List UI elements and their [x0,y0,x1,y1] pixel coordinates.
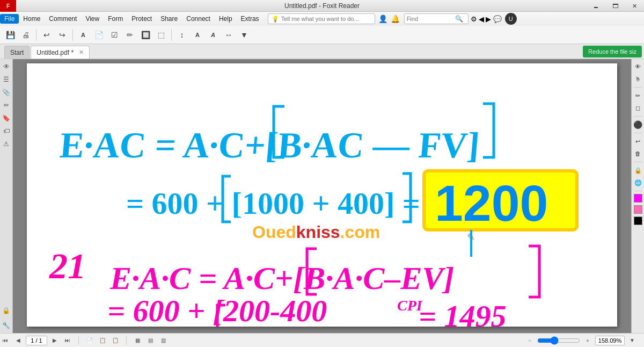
sidebar-attach-icon[interactable]: 📎 [1,87,12,98]
rotate-button[interactable]: ↕ [175,28,189,42]
svg-text:Ouedkniss.com: Ouedkniss.com [252,222,380,242]
menu-home[interactable]: Home [19,14,45,24]
text-a-button[interactable]: A [191,28,204,42]
view-list-icon[interactable]: ▤ [145,336,156,345]
typewriter-button[interactable]: A [76,28,90,42]
find-icon[interactable]: 🔍 [455,15,463,23]
right-delete-icon[interactable]: 🗑 [633,148,643,159]
status-copy-icon-1[interactable]: 📋 [97,336,108,345]
sidebar-tag-icon[interactable]: 🏷 [1,126,12,136]
extract-page-icon[interactable]: 📄 [84,336,95,345]
sidebar-tools-icon[interactable]: 🔧 [1,320,12,331]
status-bar: ⏮ ◀ ▶ ⏭ 📄 📋 📋 ▦ ▤ ▥ － ＋ ▼ [0,333,644,347]
settings-icons: ⚙ ◀ ▶ [471,15,491,23]
find-box: 🔍 [404,13,469,24]
tabbar-right: Reduce the file siz [583,44,644,59]
menu-form[interactable]: Form [104,14,127,24]
text-a2-button[interactable]: A [206,28,220,42]
checkbox-button[interactable]: ☑ [107,28,121,42]
right-globe-icon[interactable]: 🌐 [633,177,643,188]
right-eye-icon[interactable]: 👁 [633,61,643,72]
pdf-canvas: E·AC = A·C+[B·AC — FV] = 600 + [1000 + 4… [27,63,617,327]
close-button[interactable]: ✕ [625,0,644,12]
right-toolbar: 👁 🖱 ✏ ◻ ⚫ ↩ 🗑 🔒 🌐 [631,59,644,333]
right-cursor-icon[interactable]: 🖱 [633,74,643,84]
menu-extras[interactable]: Extras [237,14,264,24]
menu-view[interactable]: View [81,14,104,24]
user-avatar[interactable]: U [505,13,517,25]
avatar-container: U [505,13,517,25]
menu-connect[interactable]: Connect [182,14,215,24]
undo-button[interactable]: ↩ [40,28,54,42]
redo-button[interactable]: ↪ [55,28,69,42]
sidebar-eye-icon[interactable]: 👁 [1,61,12,72]
reduce-file-button[interactable]: Reduce the file siz [583,46,642,57]
right-pencil-icon[interactable]: ✏ [633,90,643,101]
menu-comment[interactable]: Comment [45,14,81,24]
toolbar-separator-2 [72,29,73,41]
notification-area: 💬 [493,14,502,24]
status-copy-icon-2[interactable]: 📋 [110,336,121,345]
main-area: 👁 ☰ 📎 ✏ 🔖 🏷 ⚠ 🔒 🔧 E·AC = A·C+[B·AC — FV] [0,59,644,333]
save-button[interactable]: 💾 [3,28,17,42]
zoom-minus-button[interactable]: － [524,336,535,345]
page-number-input[interactable] [26,336,47,345]
next-page-button[interactable]: ▶ [49,336,60,345]
prev-page-button[interactable]: ◀ [13,336,24,345]
tab-untitled-pdf[interactable]: Untitled.pdf * ✕ [31,46,90,59]
left-sidebar: 👁 ☰ 📎 ✏ 🔖 🏷 ⚠ 🔒 🔧 [0,59,13,333]
settings-icon[interactable]: ⚙ [471,15,477,23]
menu-protect[interactable]: Protect [127,14,156,24]
print-button[interactable]: 🖨 [19,28,33,42]
right-sep-2 [634,116,642,117]
zoom-plus-button[interactable]: ＋ [582,336,593,345]
last-page-button[interactable]: ⏭ [62,336,73,345]
zoom-level-input[interactable] [595,336,625,345]
chat-icon[interactable]: 💬 [493,15,502,23]
view-grid-icon[interactable]: ▦ [132,336,143,345]
draw-button[interactable]: ✏ [123,28,137,42]
svg-text:CPI: CPI [397,297,423,314]
maximize-button[interactable]: 🗖 [605,0,625,12]
tab-pdf-label: Untitled.pdf * [36,49,74,56]
user-icon[interactable]: 👤 [378,15,387,23]
more-button[interactable]: ▼ [237,28,251,42]
bell-icon[interactable]: 🔔 [391,15,400,23]
tab-close-button[interactable]: ✕ [79,49,84,56]
find-input[interactable] [407,16,455,22]
menu-share[interactable]: Share [156,14,182,24]
tab-start[interactable]: Start [4,46,30,59]
color-magenta-swatch[interactable] [634,194,642,203]
sidebar-pencil-icon[interactable]: ✏ [1,100,12,111]
app-logo: F [0,0,16,12]
right-circle-icon[interactable]: ⚫ [633,119,643,130]
menu-file[interactable]: File [0,14,19,24]
toolbar-separator-1 [36,29,36,41]
view-cols-icon[interactable]: ▥ [158,336,169,345]
svg-text:= 600 + [200-400: = 600 + [200-400 [107,293,327,327]
color-black-swatch[interactable] [634,216,642,225]
minimize-button[interactable]: 🗕 [586,0,605,12]
color-pink-swatch[interactable] [634,205,642,214]
tell-me-input[interactable] [281,16,367,22]
window-title: Untitled.pdf - Foxit Reader [284,2,360,10]
expand-button[interactable]: ↔ [222,28,236,42]
nav-back-icon[interactable]: ◀ [479,15,484,23]
right-lock-icon[interactable]: 🔒 [633,165,643,176]
shape-button[interactable]: 🔲 [138,28,152,42]
resize-button[interactable]: ⬚ [154,28,168,42]
zoom-slider[interactable] [537,336,580,345]
right-undo-icon[interactable]: ↩ [633,136,643,147]
nav-forward-icon[interactable]: ▶ [486,15,491,23]
zoom-dropdown-button[interactable]: ▼ [627,336,638,345]
svg-text:21: 21 [49,245,86,286]
first-page-button[interactable]: ⏮ [0,336,11,345]
sidebar-warning-icon[interactable]: ⚠ [1,139,12,149]
sidebar-list-icon[interactable]: ☰ [1,74,12,85]
sidebar-bookmark-icon[interactable]: 🔖 [1,113,12,124]
menu-help[interactable]: Help [215,14,237,24]
tab-start-label: Start [10,49,24,56]
right-erase-icon[interactable]: ◻ [633,103,643,113]
select-button[interactable]: 📄 [92,28,106,42]
sidebar-lock-icon[interactable]: 🔒 [1,305,12,316]
